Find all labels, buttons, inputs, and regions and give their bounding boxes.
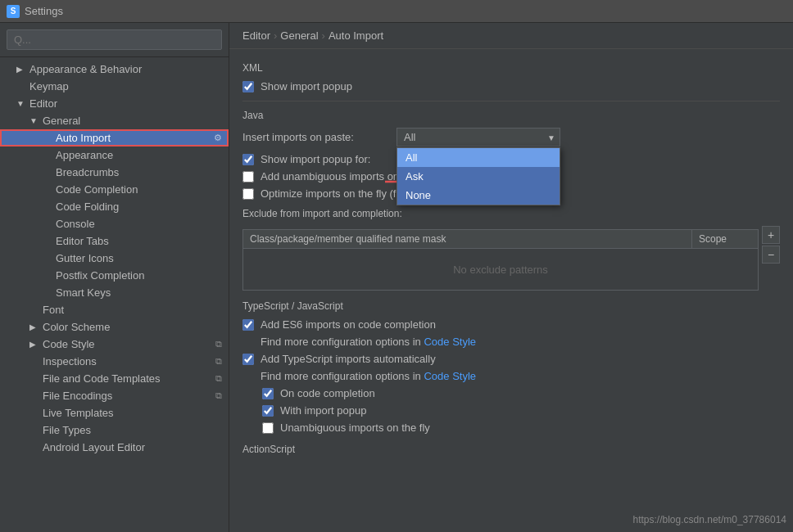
add-typescript-label: Add TypeScript imports automatically (261, 353, 436, 365)
arrow-spacer (29, 408, 39, 417)
sidebar-item-gutter-icons[interactable]: Gutter Icons (0, 250, 229, 267)
find-more-ts-prefix: Find more configuration options in (261, 370, 424, 382)
sidebar-item-appearance[interactable]: Appearance (0, 147, 229, 164)
insert-imports-select[interactable]: All Ask None (396, 128, 560, 147)
sidebar-item-font[interactable]: Font (0, 301, 229, 318)
sidebar-item-code-folding[interactable]: Code Folding (0, 198, 229, 215)
sidebar-item-code-style[interactable]: ▶ Code Style ⧉ (0, 336, 229, 353)
copy-icon: ⧉ (215, 390, 222, 401)
add-typescript-checkbox[interactable] (242, 354, 254, 365)
sidebar-item-keymap[interactable]: Keymap (0, 78, 229, 95)
content-area: Editor › General › Auto Import XML Show … (229, 23, 793, 532)
arrow-icon: ▶ (29, 322, 39, 331)
sidebar-item-label: Console (56, 218, 95, 230)
table-body: No exclude patterns (243, 249, 758, 290)
arrow-spacer (43, 185, 52, 194)
table-header-scope: Scope (692, 230, 758, 248)
find-more-es6-link[interactable]: Code Style (424, 336, 476, 348)
sidebar-item-inspections[interactable]: Inspections ⧉ (0, 353, 229, 370)
sidebar-item-live-templates[interactable]: Live Templates (0, 404, 229, 422)
sidebar-item-general[interactable]: ▼ General (0, 112, 229, 129)
breadcrumb-part-general: General (280, 29, 318, 42)
optimize-imports-checkbox[interactable] (242, 188, 254, 200)
with-import-popup-checkbox[interactable] (262, 405, 274, 417)
sidebar-item-label: Smart Keys (56, 286, 111, 299)
sidebar-item-label: File Types (43, 424, 91, 436)
find-more-ts-link[interactable]: Code Style (424, 370, 476, 382)
sidebar-item-auto-import[interactable]: Auto Import ⚙ (0, 129, 229, 147)
typescript-section: TypeScript / JavaScript Add ES6 imports … (242, 300, 780, 434)
arrow-spacer (43, 202, 52, 211)
sidebar-item-color-scheme[interactable]: ▶ Color Scheme (0, 318, 229, 336)
sidebar-item-file-encodings[interactable]: File Encodings ⧉ (0, 387, 229, 404)
arrow-spacer (43, 168, 52, 177)
add-es6-label: Add ES6 imports on code completion (261, 318, 436, 331)
window-title: Settings (25, 5, 63, 17)
find-more-es6-row: Find more configuration options in Code … (242, 336, 780, 348)
sidebar-item-editor[interactable]: ▼ Editor (0, 95, 229, 112)
title-bar: S Settings (0, 0, 793, 23)
arrow-spacer (16, 82, 26, 91)
table-empty-label: No exclude patterns (453, 264, 548, 276)
on-code-completion-checkbox[interactable] (262, 388, 274, 399)
on-code-completion-label: On code completion (280, 387, 375, 399)
sidebar-item-label: Code Folding (56, 201, 119, 213)
arrow-spacer (43, 254, 52, 263)
sidebar-item-file-code-templates[interactable]: File and Code Templates ⧉ (0, 370, 229, 387)
breadcrumb-part-auto-import: Auto Import (329, 29, 383, 42)
on-code-completion-row: On code completion (242, 387, 780, 399)
unambiguous-imports-checkbox[interactable] (262, 422, 274, 434)
dropdown-popup: All Ask None (396, 147, 560, 205)
xml-java-divider (242, 101, 780, 101)
sidebar-item-breadcrumbs[interactable]: Breadcrumbs (0, 164, 229, 181)
insert-imports-label: Insert imports on paste: (242, 131, 390, 143)
sidebar-item-label: Auto Import (56, 132, 111, 144)
dropdown-popup-item-ask[interactable]: Ask (397, 167, 560, 186)
sidebar-item-label: Keymap (29, 80, 69, 92)
exclude-table-wrapper: Class/package/member qualified name mask… (242, 226, 759, 291)
copy-icon: ⧉ (215, 373, 222, 384)
breadcrumb-sep-2: › (322, 29, 325, 42)
find-more-es6-prefix: Find more configuration options in (261, 336, 424, 348)
show-import-popup-xml-checkbox[interactable] (242, 81, 254, 92)
sidebar-item-postfix-completion[interactable]: Postfix Completion (0, 267, 229, 284)
add-es6-checkbox[interactable] (242, 319, 254, 331)
arrow-spacer (43, 219, 52, 228)
breadcrumb-part-editor: Editor (242, 29, 270, 42)
remove-pattern-button[interactable]: − (762, 246, 780, 264)
copy-icon: ⧉ (215, 356, 222, 367)
unambiguous-imports-label: Unambiguous imports on the fly (280, 422, 430, 434)
sidebar-item-file-types[interactable]: File Types (0, 422, 229, 439)
table-action-buttons: + − (762, 226, 780, 291)
sidebar-item-label: Editor Tabs (56, 235, 109, 247)
sidebar-item-android-layout-editor[interactable]: Android Layout Editor (0, 439, 229, 456)
show-import-popup-java-checkbox[interactable] (242, 154, 254, 165)
java-section-label: Java (242, 110, 780, 121)
add-unambiguous-checkbox[interactable] (242, 171, 254, 183)
typescript-label: TypeScript / JavaScript (242, 300, 780, 312)
add-typescript-row: Add TypeScript imports automatically (242, 353, 780, 365)
sidebar-tree: ▶ Appearance & Behavior Keymap ▼ Editor … (0, 57, 229, 532)
arrow-spacer (29, 374, 39, 383)
bottom-url: https://blog.csdn.net/m0_37786014 (633, 514, 786, 525)
settings-icon: ⚙ (214, 133, 222, 143)
search-input[interactable] (7, 29, 222, 50)
arrow-icon: ▶ (29, 340, 39, 349)
arrow-icon: ▼ (16, 99, 26, 108)
dropdown-popup-item-none[interactable]: None (397, 186, 560, 205)
sidebar-item-appearance-behavior[interactable]: ▶ Appearance & Behavior (0, 61, 229, 78)
sidebar-item-editor-tabs[interactable]: Editor Tabs (0, 232, 229, 250)
actionscript-section: ActionScript (242, 444, 780, 455)
show-import-popup-xml-row: Show import popup (242, 80, 780, 92)
sidebar-item-smart-keys[interactable]: Smart Keys (0, 284, 229, 301)
add-pattern-button[interactable]: + (762, 226, 780, 244)
sidebar-item-code-completion[interactable]: Code Completion (0, 181, 229, 198)
sidebar: ▶ Appearance & Behavior Keymap ▼ Editor … (0, 23, 229, 532)
sidebar-item-console[interactable]: Console (0, 215, 229, 232)
arrow-icon: ▼ (29, 116, 39, 125)
sidebar-item-label: Breadcrumbs (56, 166, 119, 178)
dropdown-popup-item-all[interactable]: All (397, 148, 560, 167)
arrow-spacer (43, 288, 52, 297)
exclude-section: Exclude from import and completion: Clas… (242, 208, 780, 291)
sidebar-item-label: Color Scheme (43, 321, 110, 333)
